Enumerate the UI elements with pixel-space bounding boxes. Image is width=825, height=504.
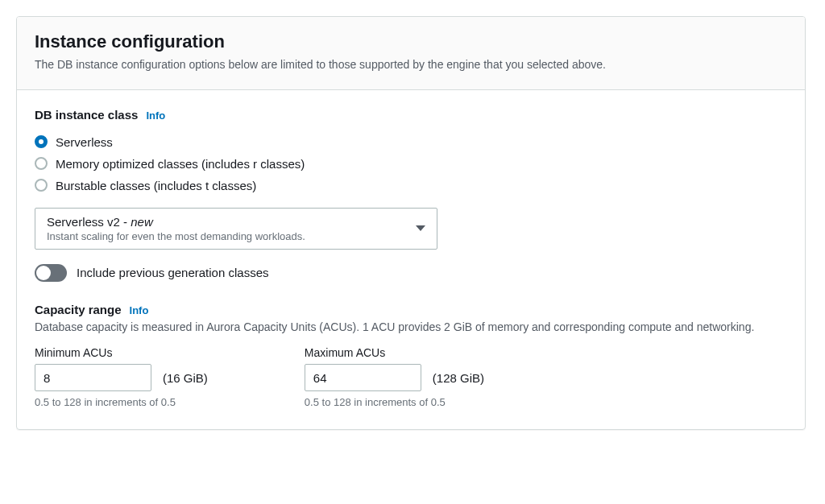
radio-icon — [35, 135, 48, 148]
radio-icon — [35, 179, 48, 192]
select-content: Serverless v2 - new Instant scaling for … — [47, 215, 305, 242]
maximum-acus-input-row: (128 GiB) — [305, 364, 484, 391]
select-desc: Instant scaling for even the most demand… — [47, 230, 305, 242]
radio-burstable[interactable]: Burstable classes (includes t classes) — [35, 175, 787, 196]
minimum-acus-field: Minimum ACUs (16 GiB) 0.5 to 128 in incr… — [35, 346, 208, 408]
maximum-acus-hint: 0.5 to 128 in increments of 0.5 — [305, 396, 484, 408]
instance-configuration-panel: Instance configuration The DB instance c… — [16, 16, 806, 430]
maximum-acus-label: Maximum ACUs — [305, 346, 484, 359]
panel-title: Instance configuration — [35, 31, 787, 52]
radio-label: Serverless — [56, 135, 113, 149]
radio-icon — [35, 157, 48, 170]
radio-label: Memory optimized classes (includes r cla… — [56, 157, 305, 171]
maximum-acus-field: Maximum ACUs (128 GiB) 0.5 to 128 in inc… — [305, 346, 484, 408]
minimum-acus-gib: (16 GiB) — [163, 371, 208, 385]
select-title: Serverless v2 - new — [47, 215, 305, 229]
minimum-acus-label: Minimum ACUs — [35, 346, 208, 359]
instance-class-radio-group: Serverless Memory optimized classes (inc… — [35, 131, 787, 196]
maximum-acus-input[interactable] — [305, 364, 421, 391]
instance-class-info-link[interactable]: Info — [146, 109, 165, 122]
capacity-range-label: Capacity range — [35, 303, 122, 316]
instance-class-label: DB instance class — [35, 108, 138, 122]
capacity-range-label-row: Capacity range Info — [35, 303, 787, 316]
toggle-label: Include previous generation classes — [77, 266, 268, 279]
instance-class-select[interactable]: Serverless v2 - new Instant scaling for … — [35, 208, 437, 250]
panel-subtitle: The DB instance configuration options be… — [35, 57, 787, 73]
radio-serverless[interactable]: Serverless — [35, 131, 787, 153]
previous-generation-toggle[interactable] — [35, 264, 67, 282]
instance-class-label-row: DB instance class Info — [35, 108, 787, 122]
maximum-acus-gib: (128 GiB) — [433, 371, 484, 385]
minimum-acus-hint: 0.5 to 128 in increments of 0.5 — [35, 396, 208, 408]
radio-label: Burstable classes (includes t classes) — [56, 179, 256, 192]
capacity-range-desc: Database capacity is measured in Aurora … — [35, 320, 787, 336]
previous-generation-toggle-row: Include previous generation classes — [35, 264, 787, 282]
minimum-acus-input-row: (16 GiB) — [35, 364, 208, 391]
panel-body: DB instance class Info Serverless Memory… — [17, 90, 805, 430]
capacity-range-info-link[interactable]: Info — [130, 304, 149, 316]
acu-row: Minimum ACUs (16 GiB) 0.5 to 128 in incr… — [35, 346, 787, 408]
panel-header: Instance configuration The DB instance c… — [17, 17, 805, 90]
toggle-knob — [36, 266, 51, 280]
minimum-acus-input[interactable] — [35, 364, 151, 391]
radio-memory-optimized[interactable]: Memory optimized classes (includes r cla… — [35, 153, 787, 175]
chevron-down-icon — [416, 225, 425, 231]
